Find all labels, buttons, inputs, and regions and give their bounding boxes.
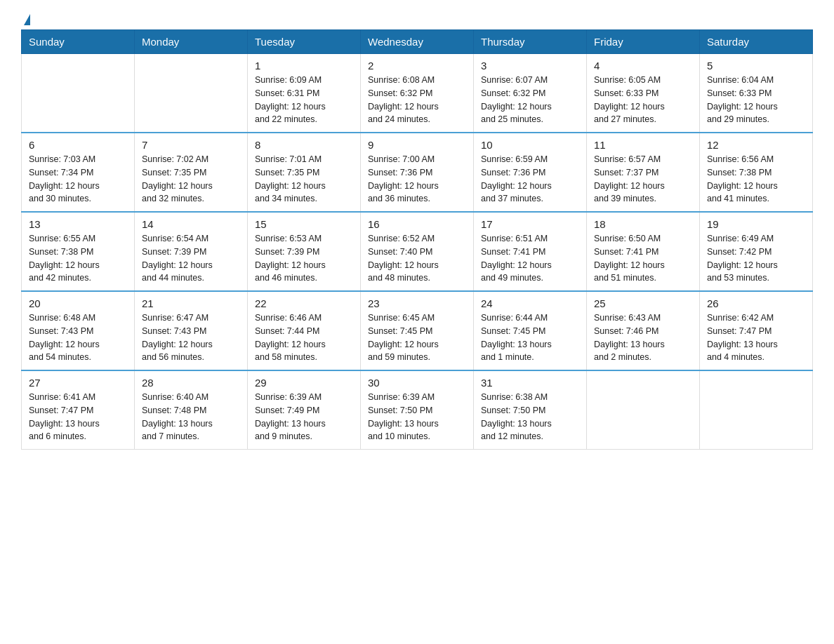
calendar-day-cell (587, 370, 700, 450)
day-info: Sunrise: 7:03 AM Sunset: 7:34 PM Dayligh… (29, 153, 127, 206)
calendar-day-cell: 17Sunrise: 6:51 AM Sunset: 7:41 PM Dayli… (474, 212, 587, 291)
day-info: Sunrise: 6:04 AM Sunset: 6:33 PM Dayligh… (707, 74, 805, 126)
day-info: Sunrise: 6:57 AM Sunset: 7:37 PM Dayligh… (594, 153, 692, 206)
day-info: Sunrise: 6:59 AM Sunset: 7:36 PM Dayligh… (481, 153, 579, 206)
calendar-day-cell: 27Sunrise: 6:41 AM Sunset: 7:47 PM Dayli… (22, 370, 135, 450)
day-info: Sunrise: 6:45 AM Sunset: 7:45 PM Dayligh… (368, 311, 466, 364)
calendar-week-row: 20Sunrise: 6:48 AM Sunset: 7:43 PM Dayli… (22, 291, 813, 370)
day-info: Sunrise: 6:49 AM Sunset: 7:42 PM Dayligh… (707, 232, 805, 285)
calendar-day-cell: 23Sunrise: 6:45 AM Sunset: 7:45 PM Dayli… (361, 291, 474, 370)
calendar-day-cell: 3Sunrise: 6:07 AM Sunset: 6:32 PM Daylig… (474, 54, 587, 133)
calendar-day-cell: 2Sunrise: 6:08 AM Sunset: 6:32 PM Daylig… (361, 54, 474, 133)
calendar-day-cell: 6Sunrise: 7:03 AM Sunset: 7:34 PM Daylig… (22, 133, 135, 212)
day-info: Sunrise: 6:54 AM Sunset: 7:39 PM Dayligh… (142, 232, 240, 285)
day-info: Sunrise: 6:43 AM Sunset: 7:46 PM Dayligh… (594, 311, 692, 364)
calendar-day-cell: 8Sunrise: 7:01 AM Sunset: 7:35 PM Daylig… (248, 133, 361, 212)
day-number: 7 (142, 139, 240, 151)
day-info: Sunrise: 6:39 AM Sunset: 7:49 PM Dayligh… (255, 391, 353, 443)
day-number: 1 (255, 60, 353, 72)
calendar-day-cell: 18Sunrise: 6:50 AM Sunset: 7:41 PM Dayli… (587, 212, 700, 291)
calendar-day-cell: 21Sunrise: 6:47 AM Sunset: 7:43 PM Dayli… (135, 291, 248, 370)
calendar-day-cell: 4Sunrise: 6:05 AM Sunset: 6:33 PM Daylig… (587, 54, 700, 133)
day-number: 10 (481, 139, 579, 151)
calendar-day-cell: 13Sunrise: 6:55 AM Sunset: 7:38 PM Dayli… (22, 212, 135, 291)
day-number: 20 (29, 297, 127, 309)
calendar-body: 1Sunrise: 6:09 AM Sunset: 6:31 PM Daylig… (22, 54, 813, 450)
calendar-day-cell: 29Sunrise: 6:39 AM Sunset: 7:49 PM Dayli… (248, 370, 361, 450)
day-number: 22 (255, 297, 353, 309)
day-info: Sunrise: 6:53 AM Sunset: 7:39 PM Dayligh… (255, 232, 353, 285)
day-info: Sunrise: 6:07 AM Sunset: 6:32 PM Dayligh… (481, 74, 579, 126)
calendar-day-cell: 25Sunrise: 6:43 AM Sunset: 7:46 PM Dayli… (587, 291, 700, 370)
calendar-day-cell: 15Sunrise: 6:53 AM Sunset: 7:39 PM Dayli… (248, 212, 361, 291)
header (21, 14, 813, 22)
calendar-day-cell (700, 370, 813, 450)
day-number: 29 (255, 377, 353, 389)
day-info: Sunrise: 6:50 AM Sunset: 7:41 PM Dayligh… (594, 232, 692, 285)
day-number: 31 (481, 377, 579, 389)
day-info: Sunrise: 6:48 AM Sunset: 7:43 PM Dayligh… (29, 311, 127, 364)
calendar-day-cell: 31Sunrise: 6:38 AM Sunset: 7:50 PM Dayli… (474, 370, 587, 450)
day-number: 5 (707, 60, 805, 72)
day-number: 11 (594, 139, 692, 151)
day-number: 23 (368, 297, 466, 309)
day-number: 3 (481, 60, 579, 72)
calendar-day-cell: 9Sunrise: 7:00 AM Sunset: 7:36 PM Daylig… (361, 133, 474, 212)
calendar-day-cell: 16Sunrise: 6:52 AM Sunset: 7:40 PM Dayli… (361, 212, 474, 291)
day-number: 12 (707, 139, 805, 151)
day-number: 27 (29, 377, 127, 389)
day-info: Sunrise: 6:47 AM Sunset: 7:43 PM Dayligh… (142, 311, 240, 364)
day-info: Sunrise: 6:41 AM Sunset: 7:47 PM Dayligh… (29, 391, 127, 443)
calendar-day-cell: 10Sunrise: 6:59 AM Sunset: 7:36 PM Dayli… (474, 133, 587, 212)
day-number: 9 (368, 139, 466, 151)
day-info: Sunrise: 6:08 AM Sunset: 6:32 PM Dayligh… (368, 74, 466, 126)
day-info: Sunrise: 6:05 AM Sunset: 6:33 PM Dayligh… (594, 74, 692, 126)
calendar-day-cell: 20Sunrise: 6:48 AM Sunset: 7:43 PM Dayli… (22, 291, 135, 370)
calendar-day-cell: 5Sunrise: 6:04 AM Sunset: 6:33 PM Daylig… (700, 54, 813, 133)
day-number: 15 (255, 218, 353, 230)
day-info: Sunrise: 6:09 AM Sunset: 6:31 PM Dayligh… (255, 74, 353, 126)
calendar-day-cell: 24Sunrise: 6:44 AM Sunset: 7:45 PM Dayli… (474, 291, 587, 370)
calendar-day-cell: 19Sunrise: 6:49 AM Sunset: 7:42 PM Dayli… (700, 212, 813, 291)
calendar-day-cell (135, 54, 248, 133)
day-info: Sunrise: 7:01 AM Sunset: 7:35 PM Dayligh… (255, 153, 353, 206)
calendar-week-row: 27Sunrise: 6:41 AM Sunset: 7:47 PM Dayli… (22, 370, 813, 450)
calendar-week-row: 1Sunrise: 6:09 AM Sunset: 6:31 PM Daylig… (22, 54, 813, 133)
calendar-day-cell: 22Sunrise: 6:46 AM Sunset: 7:44 PM Dayli… (248, 291, 361, 370)
day-info: Sunrise: 7:00 AM Sunset: 7:36 PM Dayligh… (368, 153, 466, 206)
calendar-day-cell: 12Sunrise: 6:56 AM Sunset: 7:38 PM Dayli… (700, 133, 813, 212)
weekday-header-cell: Tuesday (248, 30, 361, 54)
calendar-week-row: 13Sunrise: 6:55 AM Sunset: 7:38 PM Dayli… (22, 212, 813, 291)
day-info: Sunrise: 6:44 AM Sunset: 7:45 PM Dayligh… (481, 311, 579, 364)
day-info: Sunrise: 6:39 AM Sunset: 7:50 PM Dayligh… (368, 391, 466, 443)
logo (21, 14, 30, 22)
day-number: 24 (481, 297, 579, 309)
day-number: 21 (142, 297, 240, 309)
day-number: 16 (368, 218, 466, 230)
calendar-day-cell: 11Sunrise: 6:57 AM Sunset: 7:37 PM Dayli… (587, 133, 700, 212)
calendar-day-cell: 26Sunrise: 6:42 AM Sunset: 7:47 PM Dayli… (700, 291, 813, 370)
day-number: 4 (594, 60, 692, 72)
day-number: 30 (368, 377, 466, 389)
day-info: Sunrise: 6:42 AM Sunset: 7:47 PM Dayligh… (707, 311, 805, 364)
day-number: 13 (29, 218, 127, 230)
calendar-day-cell: 30Sunrise: 6:39 AM Sunset: 7:50 PM Dayli… (361, 370, 474, 450)
day-info: Sunrise: 6:55 AM Sunset: 7:38 PM Dayligh… (29, 232, 127, 285)
calendar-day-cell: 28Sunrise: 6:40 AM Sunset: 7:48 PM Dayli… (135, 370, 248, 450)
day-info: Sunrise: 6:56 AM Sunset: 7:38 PM Dayligh… (707, 153, 805, 206)
day-number: 25 (594, 297, 692, 309)
day-info: Sunrise: 6:46 AM Sunset: 7:44 PM Dayligh… (255, 311, 353, 364)
weekday-header-cell: Friday (587, 30, 700, 54)
day-info: Sunrise: 6:40 AM Sunset: 7:48 PM Dayligh… (142, 391, 240, 443)
weekday-header: SundayMondayTuesdayWednesdayThursdayFrid… (22, 30, 813, 54)
calendar-table: SundayMondayTuesdayWednesdayThursdayFrid… (21, 29, 813, 450)
day-number: 18 (594, 218, 692, 230)
day-number: 14 (142, 218, 240, 230)
day-info: Sunrise: 6:52 AM Sunset: 7:40 PM Dayligh… (368, 232, 466, 285)
day-info: Sunrise: 6:38 AM Sunset: 7:50 PM Dayligh… (481, 391, 579, 443)
calendar-day-cell (22, 54, 135, 133)
day-info: Sunrise: 6:51 AM Sunset: 7:41 PM Dayligh… (481, 232, 579, 285)
day-number: 19 (707, 218, 805, 230)
day-number: 2 (368, 60, 466, 72)
day-info: Sunrise: 7:02 AM Sunset: 7:35 PM Dayligh… (142, 153, 240, 206)
